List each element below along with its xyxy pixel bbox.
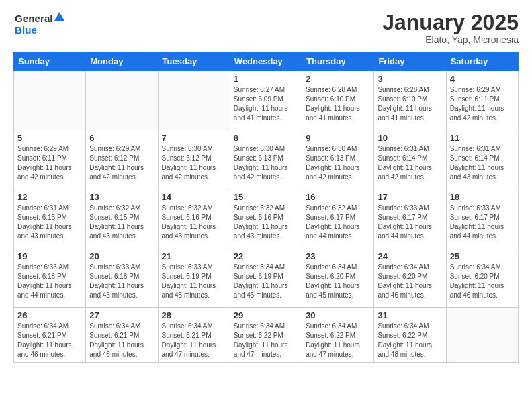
- day-info: Sunrise: 6:34 AM Sunset: 6:20 PM Dayligh…: [378, 263, 442, 300]
- weekday-header: Wednesday: [230, 52, 302, 71]
- day-info: Sunrise: 6:28 AM Sunset: 6:10 PM Dayligh…: [378, 85, 442, 123]
- day-number: 14: [162, 192, 226, 202]
- day-info: Sunrise: 6:34 AM Sunset: 6:20 PM Dayligh…: [306, 263, 370, 300]
- calendar-table: SundayMondayTuesdayWednesdayThursdayFrid…: [13, 52, 519, 363]
- calendar-cell: 6Sunrise: 6:29 AM Sunset: 6:12 PM Daylig…: [86, 130, 158, 189]
- svg-text:General: General: [15, 13, 53, 24]
- calendar-cell: 4Sunrise: 6:29 AM Sunset: 6:11 PM Daylig…: [446, 71, 518, 130]
- day-number: 25: [450, 251, 515, 261]
- calendar-cell: [158, 71, 230, 130]
- calendar-cell: 11Sunrise: 6:31 AM Sunset: 6:14 PM Dayli…: [446, 130, 518, 189]
- calendar-cell: 19Sunrise: 6:33 AM Sunset: 6:18 PM Dayli…: [14, 248, 86, 308]
- calendar-cell: 27Sunrise: 6:34 AM Sunset: 6:21 PM Dayli…: [86, 308, 158, 363]
- day-info: Sunrise: 6:32 AM Sunset: 6:16 PM Dayligh…: [234, 203, 298, 241]
- day-info: Sunrise: 6:29 AM Sunset: 6:11 PM Dayligh…: [450, 85, 515, 123]
- logo-icon: GeneralBlue: [13, 11, 67, 36]
- day-number: 12: [17, 192, 82, 202]
- day-number: 18: [450, 192, 515, 202]
- calendar-cell: 18Sunrise: 6:33 AM Sunset: 6:17 PM Dayli…: [446, 189, 518, 248]
- day-number: 17: [378, 192, 442, 202]
- day-info: Sunrise: 6:33 AM Sunset: 6:19 PM Dayligh…: [162, 263, 226, 300]
- calendar-cell: 24Sunrise: 6:34 AM Sunset: 6:20 PM Dayli…: [374, 248, 446, 308]
- weekday-header: Sunday: [14, 52, 86, 71]
- day-number: 16: [306, 192, 370, 202]
- svg-text:Blue: Blue: [15, 24, 37, 36]
- day-info: Sunrise: 6:34 AM Sunset: 6:22 PM Dayligh…: [306, 322, 370, 359]
- weekday-header: Friday: [374, 52, 446, 71]
- logo: GeneralBlue: [13, 11, 67, 36]
- day-number: 27: [89, 310, 154, 320]
- calendar-cell: 30Sunrise: 6:34 AM Sunset: 6:22 PM Dayli…: [302, 308, 374, 363]
- month-title: January 2025: [382, 11, 519, 34]
- calendar-cell: 3Sunrise: 6:28 AM Sunset: 6:10 PM Daylig…: [374, 71, 446, 130]
- calendar-cell: 20Sunrise: 6:33 AM Sunset: 6:18 PM Dayli…: [86, 248, 158, 308]
- day-number: 15: [234, 192, 298, 202]
- day-number: 30: [306, 310, 370, 320]
- day-info: Sunrise: 6:34 AM Sunset: 6:19 PM Dayligh…: [234, 263, 298, 300]
- calendar-cell: 28Sunrise: 6:34 AM Sunset: 6:21 PM Dayli…: [158, 308, 230, 363]
- calendar-cell: 14Sunrise: 6:32 AM Sunset: 6:16 PM Dayli…: [158, 189, 230, 248]
- day-number: 31: [378, 310, 442, 320]
- location: Elato, Yap, Micronesia: [382, 34, 519, 45]
- day-number: 23: [306, 251, 370, 261]
- day-info: Sunrise: 6:30 AM Sunset: 6:13 PM Dayligh…: [306, 144, 370, 182]
- calendar-cell: 16Sunrise: 6:32 AM Sunset: 6:17 PM Dayli…: [302, 189, 374, 248]
- day-info: Sunrise: 6:34 AM Sunset: 6:21 PM Dayligh…: [17, 322, 82, 359]
- day-info: Sunrise: 6:33 AM Sunset: 6:17 PM Dayligh…: [450, 203, 515, 241]
- calendar-cell: 25Sunrise: 6:34 AM Sunset: 6:20 PM Dayli…: [446, 248, 518, 308]
- calendar-cell: 12Sunrise: 6:31 AM Sunset: 6:15 PM Dayli…: [14, 189, 86, 248]
- weekday-header: Saturday: [446, 52, 518, 71]
- calendar-cell: 31Sunrise: 6:34 AM Sunset: 6:22 PM Dayli…: [374, 308, 446, 363]
- calendar-week-row: 19Sunrise: 6:33 AM Sunset: 6:18 PM Dayli…: [14, 248, 519, 308]
- day-info: Sunrise: 6:30 AM Sunset: 6:12 PM Dayligh…: [162, 144, 226, 182]
- day-number: 28: [162, 310, 226, 320]
- calendar-cell: 2Sunrise: 6:28 AM Sunset: 6:10 PM Daylig…: [302, 71, 374, 130]
- calendar-week-row: 12Sunrise: 6:31 AM Sunset: 6:15 PM Dayli…: [14, 189, 519, 248]
- calendar-cell: 13Sunrise: 6:32 AM Sunset: 6:15 PM Dayli…: [86, 189, 158, 248]
- day-info: Sunrise: 6:32 AM Sunset: 6:15 PM Dayligh…: [89, 203, 154, 241]
- day-number: 13: [89, 192, 154, 202]
- header: GeneralBlue January 2025 Elato, Yap, Mic…: [13, 11, 519, 45]
- day-number: 9: [306, 133, 370, 143]
- day-number: 3: [378, 74, 442, 84]
- day-info: Sunrise: 6:29 AM Sunset: 6:11 PM Dayligh…: [17, 144, 82, 182]
- calendar-cell: 5Sunrise: 6:29 AM Sunset: 6:11 PM Daylig…: [14, 130, 86, 189]
- day-info: Sunrise: 6:34 AM Sunset: 6:20 PM Dayligh…: [450, 263, 515, 300]
- day-number: 5: [17, 133, 82, 143]
- day-info: Sunrise: 6:27 AM Sunset: 6:09 PM Dayligh…: [234, 85, 298, 123]
- calendar-cell: 1Sunrise: 6:27 AM Sunset: 6:09 PM Daylig…: [230, 71, 302, 130]
- day-number: 10: [378, 133, 442, 143]
- calendar-cell: [14, 71, 86, 130]
- calendar-cell: 10Sunrise: 6:31 AM Sunset: 6:14 PM Dayli…: [374, 130, 446, 189]
- weekday-header: Tuesday: [158, 52, 230, 71]
- day-number: 26: [17, 310, 82, 320]
- day-number: 8: [234, 133, 298, 143]
- calendar-cell: 9Sunrise: 6:30 AM Sunset: 6:13 PM Daylig…: [302, 130, 374, 189]
- weekday-header-row: SundayMondayTuesdayWednesdayThursdayFrid…: [14, 52, 519, 71]
- calendar-cell: 17Sunrise: 6:33 AM Sunset: 6:17 PM Dayli…: [374, 189, 446, 248]
- day-info: Sunrise: 6:33 AM Sunset: 6:18 PM Dayligh…: [89, 263, 154, 300]
- day-info: Sunrise: 6:30 AM Sunset: 6:13 PM Dayligh…: [234, 144, 298, 182]
- day-info: Sunrise: 6:31 AM Sunset: 6:14 PM Dayligh…: [378, 144, 442, 182]
- calendar-cell: 15Sunrise: 6:32 AM Sunset: 6:16 PM Dayli…: [230, 189, 302, 248]
- day-number: 21: [162, 251, 226, 261]
- calendar-cell: [446, 308, 518, 363]
- day-number: 20: [89, 251, 154, 261]
- calendar-cell: 29Sunrise: 6:34 AM Sunset: 6:22 PM Dayli…: [230, 308, 302, 363]
- day-info: Sunrise: 6:33 AM Sunset: 6:18 PM Dayligh…: [17, 263, 82, 300]
- calendar-cell: [86, 71, 158, 130]
- calendar-cell: 7Sunrise: 6:30 AM Sunset: 6:12 PM Daylig…: [158, 130, 230, 189]
- day-number: 29: [234, 310, 298, 320]
- day-info: Sunrise: 6:34 AM Sunset: 6:22 PM Dayligh…: [234, 322, 298, 359]
- weekday-header: Thursday: [302, 52, 374, 71]
- day-info: Sunrise: 6:28 AM Sunset: 6:10 PM Dayligh…: [306, 85, 370, 123]
- day-info: Sunrise: 6:31 AM Sunset: 6:15 PM Dayligh…: [17, 203, 82, 241]
- day-info: Sunrise: 6:29 AM Sunset: 6:12 PM Dayligh…: [89, 144, 154, 182]
- day-info: Sunrise: 6:34 AM Sunset: 6:21 PM Dayligh…: [89, 322, 154, 359]
- day-number: 1: [234, 74, 298, 84]
- day-number: 24: [378, 251, 442, 261]
- day-number: 2: [306, 74, 370, 84]
- day-number: 19: [17, 251, 82, 261]
- calendar-cell: 23Sunrise: 6:34 AM Sunset: 6:20 PM Dayli…: [302, 248, 374, 308]
- day-number: 22: [234, 251, 298, 261]
